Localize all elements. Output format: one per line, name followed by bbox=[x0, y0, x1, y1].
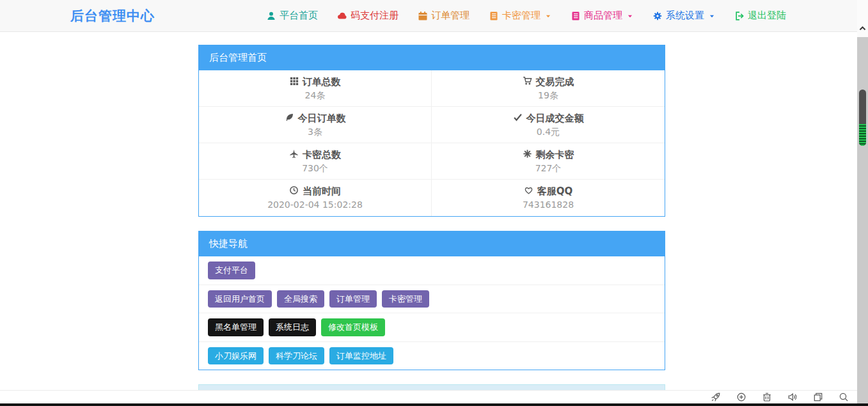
system-log-button[interactable]: 系统日志 bbox=[269, 318, 316, 336]
order-management-button[interactable]: 订单管理 bbox=[329, 290, 377, 308]
nav-item-product-management[interactable]: 商品管理 bbox=[571, 10, 633, 22]
stat-label: 当前时间 bbox=[303, 185, 341, 198]
address-book-icon bbox=[571, 11, 581, 21]
stat-label: 剩余卡密 bbox=[536, 149, 574, 161]
quicknav-panel: 快捷导航 支付平台 返回用户首页 全局搜索 订单管理 卡密管理 黑名单管理 系统… bbox=[198, 231, 665, 370]
stat-value: 730个 bbox=[199, 163, 431, 175]
plane-icon bbox=[289, 149, 299, 161]
caret-down-icon bbox=[709, 13, 715, 19]
volume-icon[interactable] bbox=[787, 392, 798, 402]
nav-item-card-key-management[interactable]: 卡密管理 bbox=[489, 10, 551, 22]
blacklist-management-button[interactable]: 黑名单管理 bbox=[208, 318, 264, 336]
nav-item-label: 订单管理 bbox=[431, 10, 470, 22]
scroll-up-button[interactable] bbox=[857, 20, 868, 37]
kexuedao-forum-button[interactable]: 科学刀论坛 bbox=[269, 347, 324, 365]
history-icon[interactable] bbox=[736, 392, 746, 402]
back-to-user-home-button[interactable]: 返回用户首页 bbox=[208, 290, 272, 308]
scrollbar-thumb[interactable] bbox=[859, 90, 866, 146]
edit-home-template-button[interactable]: 修改首页模板 bbox=[321, 318, 385, 336]
stat-label: 今日成交金额 bbox=[526, 113, 584, 125]
browser-bottom-toolbar bbox=[0, 390, 868, 403]
quicknav-row: 小刀娱乐网 科学刀论坛 订单监控地址 bbox=[199, 342, 665, 370]
stat-value: 727个 bbox=[432, 163, 665, 175]
clock-icon bbox=[289, 185, 299, 198]
stat-total-card-keys: 卡密总数 730个 bbox=[199, 143, 432, 180]
stat-remaining-card-keys: 剩余卡密 727个 bbox=[432, 143, 665, 180]
stat-value: 2020-02-04 15:02:28 bbox=[199, 199, 431, 210]
quicknav-row: 支付平台 bbox=[199, 256, 665, 285]
quicknav-row: 黑名单管理 系统日志 修改首页模板 bbox=[199, 313, 665, 342]
quicknav-row: 返回用户首页 全局搜索 订单管理 卡密管理 bbox=[199, 285, 665, 314]
stat-value: 24条 bbox=[199, 90, 431, 102]
nav-item-order-management[interactable]: 订单管理 bbox=[418, 10, 470, 22]
order-monitor-url-button[interactable]: 订单监控地址 bbox=[329, 347, 393, 365]
stat-label: 卡密总数 bbox=[303, 149, 341, 161]
stat-total-orders: 订单总数 24条 bbox=[199, 70, 432, 107]
stat-completed-trades: 交易完成 19条 bbox=[432, 70, 665, 107]
cloud-icon bbox=[337, 11, 347, 21]
nav-item-codepay-register[interactable]: 码支付注册 bbox=[337, 10, 398, 22]
nav-item-logout[interactable]: 退出登陆 bbox=[734, 10, 786, 22]
nav-item-platform-home[interactable]: 平台首页 bbox=[266, 10, 318, 22]
nav-item-system-settings[interactable]: 系统设置 bbox=[652, 10, 715, 22]
dashboard-panel-title: 后台管理首页 bbox=[199, 45, 665, 70]
taskbar-edge bbox=[0, 403, 868, 406]
caret-down-icon bbox=[545, 13, 551, 19]
stat-value: 0.4元 bbox=[432, 127, 665, 138]
nav-item-label: 平台首页 bbox=[280, 10, 318, 22]
stat-support-qq: 客服QQ 743161828 bbox=[432, 180, 665, 216]
leaf-icon bbox=[285, 113, 294, 125]
quicknav-panel-title: 快捷导航 bbox=[199, 231, 665, 256]
grid-icon bbox=[290, 77, 299, 88]
scrollbar-top-cap bbox=[857, 0, 868, 20]
stat-value: 743161828 bbox=[432, 199, 665, 210]
window-restore-icon[interactable] bbox=[813, 392, 823, 402]
scrollbar-match-markers bbox=[859, 124, 866, 146]
stat-value: 3条 bbox=[199, 127, 431, 138]
gear-icon bbox=[652, 11, 663, 21]
stat-label: 订单总数 bbox=[303, 76, 341, 88]
search-icon[interactable] bbox=[839, 392, 849, 402]
stats-grid: 订单总数 24条 交易完成 19条 今日订单数 3条 今日成交金额 0.4元 卡… bbox=[199, 70, 665, 216]
main-nav: 平台首页 码支付注册 订单管理 卡密管理 商品管理 系统设置 退出登陆 bbox=[266, 10, 786, 22]
xiaodao-site-button[interactable]: 小刀娱乐网 bbox=[208, 347, 264, 365]
card-key-management-button[interactable]: 卡密管理 bbox=[382, 290, 429, 308]
nav-item-label: 商品管理 bbox=[584, 10, 622, 22]
dashboard-panel: 后台管理首页 订单总数 24条 交易完成 19条 今日订单数 3条 今日成交金额… bbox=[198, 45, 665, 217]
stat-label: 今日订单数 bbox=[298, 113, 346, 125]
calendar-icon bbox=[418, 11, 428, 21]
main-content: 后台管理首页 订单总数 24条 交易完成 19条 今日订单数 3条 今日成交金额… bbox=[198, 32, 665, 406]
heart-icon bbox=[524, 185, 533, 198]
stat-label: 客服QQ bbox=[537, 185, 573, 198]
app-title[interactable]: 后台管理中心 bbox=[70, 7, 155, 25]
trash-icon[interactable] bbox=[762, 392, 772, 402]
stat-value: 19条 bbox=[432, 90, 665, 102]
stat-current-time: 当前时间 2020-02-04 15:02:28 bbox=[199, 180, 432, 216]
nav-item-label: 退出登陆 bbox=[748, 10, 786, 22]
stat-today-amount: 今日成交金额 0.4元 bbox=[432, 107, 665, 143]
stat-label: 交易完成 bbox=[536, 76, 574, 88]
nav-item-label: 卡密管理 bbox=[502, 10, 541, 22]
check-icon bbox=[513, 113, 523, 125]
rocket-icon[interactable] bbox=[711, 392, 721, 402]
caret-down-icon bbox=[627, 13, 633, 19]
chevron-up-icon bbox=[858, 23, 867, 35]
nav-item-label: 系统设置 bbox=[666, 10, 704, 22]
global-search-button[interactable]: 全局搜索 bbox=[277, 290, 324, 308]
top-navbar: 后台管理中心 平台首页 码支付注册 订单管理 卡密管理 商品管理 系统设置 bbox=[0, 0, 868, 32]
asterisk-icon bbox=[523, 149, 532, 161]
payment-platform-button[interactable]: 支付平台 bbox=[208, 262, 255, 279]
stat-today-orders: 今日订单数 3条 bbox=[199, 107, 432, 143]
address-book-icon bbox=[489, 11, 499, 21]
user-icon bbox=[266, 11, 276, 21]
page-scrollbar[interactable] bbox=[857, 0, 868, 403]
nav-item-label: 码支付注册 bbox=[351, 10, 398, 22]
logout-icon bbox=[734, 11, 745, 21]
cart-icon bbox=[523, 76, 532, 88]
